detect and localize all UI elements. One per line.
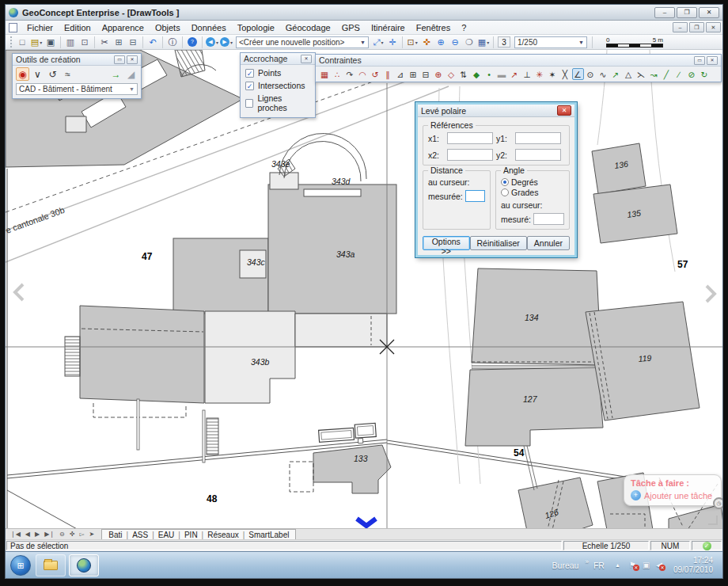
prev-record-icon[interactable]: ◀: [25, 531, 30, 538]
paste-icon[interactable]: ⊟: [127, 36, 139, 48]
help-icon[interactable]: ?: [186, 36, 199, 48]
first-record-icon[interactable]: ❘◀: [10, 531, 21, 538]
fork-icon[interactable]: ⋋: [635, 68, 647, 80]
pan-hand-icon[interactable]: ✜: [420, 36, 433, 48]
distance-measured-input[interactable]: [465, 190, 485, 202]
explorer-taskbar-button[interactable]: [36, 554, 66, 576]
forward-icon[interactable]: ▶▾: [220, 36, 233, 48]
style-corner-icon[interactable]: ◢: [124, 67, 138, 81]
reset-button[interactable]: Réinitialiser: [470, 236, 527, 250]
tab-réseaux[interactable]: Réseaux: [207, 531, 238, 539]
segment-icon[interactable]: ▬: [496, 68, 508, 80]
clock[interactable]: 17:24 09/07/2010: [673, 556, 713, 575]
wave-icon[interactable]: ∿: [597, 68, 609, 80]
zoom-out-icon[interactable]: ⊖: [449, 36, 461, 48]
angle-measure-icon[interactable]: ∠: [572, 68, 584, 80]
dialog-close-button[interactable]: ✕: [557, 105, 571, 116]
curve-tool-icon[interactable]: ≈: [61, 67, 74, 81]
tab-ass[interactable]: ASS: [132, 531, 148, 539]
print-preview-icon[interactable]: ⊡: [78, 36, 91, 48]
circle-slash-icon[interactable]: ⊘: [686, 68, 698, 80]
volume-muted-icon[interactable]: ◀✕: [656, 561, 662, 569]
segment-green-icon[interactable]: ∕: [673, 68, 685, 80]
tin-icon[interactable]: ◆: [471, 68, 483, 80]
geoconcept-taskbar-button[interactable]: [69, 554, 99, 576]
start-button[interactable]: ⊞: [10, 555, 31, 576]
menu-apparence[interactable]: Apparence: [97, 23, 150, 32]
comment-icon[interactable]: ❍: [463, 36, 476, 48]
mdi-restore-button[interactable]: ❐: [689, 22, 704, 32]
menu-fichier[interactable]: Fichier: [21, 23, 59, 32]
zoom-in-icon[interactable]: ⊕: [434, 36, 447, 48]
grid-icon[interactable]: ▦: [319, 68, 331, 80]
menu-objets[interactable]: Objets: [150, 23, 186, 32]
cancel-button[interactable]: Annuler: [527, 236, 570, 250]
parallel-icon[interactable]: ∥: [382, 68, 394, 80]
menu-fentres[interactable]: Fenêtres: [411, 23, 456, 32]
map-canvas[interactable]: 47485457343a343b343c343d343e133134119127…: [6, 50, 722, 528]
palette-close-button[interactable]: ✕: [127, 55, 138, 64]
desktop-toolbar-label[interactable]: Bureau: [552, 561, 579, 570]
diameter-icon[interactable]: ⊕: [433, 68, 445, 80]
palette-close-button[interactable]: ✕: [707, 56, 718, 65]
network-icon[interactable]: ▣: [643, 561, 650, 569]
checkbox[interactable]: ✓: [245, 69, 254, 78]
apply-arrow-icon[interactable]: →: [109, 67, 123, 81]
losange-icon[interactable]: ◇: [446, 68, 457, 80]
minimize-button[interactable]: –: [654, 7, 675, 18]
options-button[interactable]: Options >>: [423, 236, 470, 250]
snap-option-intersections[interactable]: ✓Intersections: [241, 79, 315, 92]
cursor-small-icon[interactable]: ▻: [79, 531, 84, 538]
draw-tool-icon[interactable]: ◉: [16, 67, 29, 81]
menu-donnes[interactable]: Données: [186, 23, 232, 32]
restore-button[interactable]: ❐: [677, 7, 697, 18]
rotate-tool-icon[interactable]: ↺: [46, 67, 59, 81]
fit-extent-icon[interactable]: ⤢▾: [372, 36, 385, 48]
menu-?[interactable]: ?: [456, 23, 472, 32]
scale-combo[interactable]: 1/250 ▼: [514, 36, 587, 48]
point-icon[interactable]: •: [483, 68, 495, 80]
map-corner-resize[interactable]: [708, 516, 718, 525]
snap-option-points[interactable]: ✓Points: [241, 67, 315, 79]
link-icon[interactable]: ↝: [648, 68, 660, 80]
tab-smartlabel[interactable]: SmartLabel: [248, 531, 289, 539]
palette-minimize-button[interactable]: ▭: [694, 56, 705, 65]
loop-icon[interactable]: ↻: [699, 68, 711, 80]
language-indicator[interactable]: FR: [593, 561, 605, 570]
menu-gps[interactable]: GPS: [336, 23, 366, 32]
rotate-icon[interactable]: ↺: [370, 68, 381, 80]
vertical-move-icon[interactable]: ⇅: [458, 68, 470, 80]
next-record-icon[interactable]: ▶: [35, 531, 40, 538]
last-record-icon[interactable]: ▶❘: [44, 531, 55, 538]
show-hidden-icons[interactable]: ▲: [615, 562, 620, 568]
position-combo[interactable]: <Créer une nouvelle position> ▼: [236, 36, 369, 48]
menu-itinraire[interactable]: Itinéraire: [366, 23, 411, 32]
palette-title-bar[interactable]: Accrochage ✕: [241, 53, 315, 65]
back-icon[interactable]: ◀▾: [206, 36, 218, 48]
arc-icon[interactable]: ◠: [357, 68, 369, 80]
dialog-title-bar[interactable]: Levé polaire ✕: [418, 105, 574, 117]
radio-degres[interactable]: Degrés: [501, 177, 538, 187]
slope-green-icon[interactable]: ↗: [610, 68, 622, 80]
palette-close-button[interactable]: ✕: [301, 55, 312, 63]
info-icon[interactable]: ⓘ: [166, 36, 179, 48]
tangent-icon[interactable]: ↷: [344, 68, 356, 80]
cross-icon[interactable]: ╳: [559, 68, 571, 80]
y1-input[interactable]: [515, 132, 561, 144]
star-red-icon[interactable]: ✳: [534, 68, 546, 80]
align-points-icon[interactable]: ∴: [332, 68, 343, 80]
snap-option-lignes-proches[interactable]: Lignes proches: [241, 92, 315, 114]
star-icon[interactable]: ✶: [547, 68, 559, 80]
add-task-link[interactable]: + Ajouter une tâche: [631, 490, 715, 500]
palette-title-bar[interactable]: Outils de création ▭ ✕: [13, 54, 141, 66]
vertex-tool-icon[interactable]: ∨: [31, 67, 44, 81]
print-icon[interactable]: ▥: [64, 36, 77, 48]
tab-pin[interactable]: PIN: [184, 531, 198, 539]
select-arrow-icon[interactable]: ➤: [89, 531, 95, 538]
tab-eau[interactable]: EAU: [158, 531, 175, 539]
angle-triangle-icon[interactable]: ⊿: [395, 68, 407, 80]
triangle-icon[interactable]: △: [623, 68, 635, 80]
undo-icon[interactable]: ↶: [146, 36, 159, 48]
x1-input[interactable]: [447, 132, 493, 144]
menu-topologie[interactable]: Topologie: [232, 23, 280, 32]
